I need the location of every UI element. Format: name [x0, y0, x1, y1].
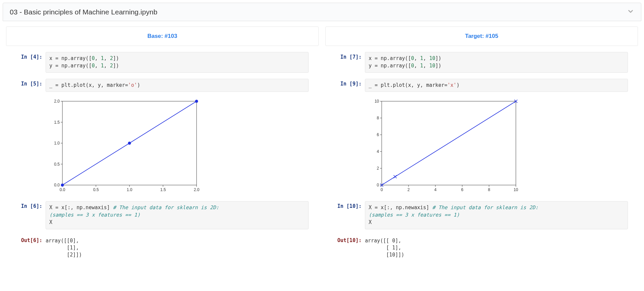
svg-point-21	[61, 184, 64, 187]
code-input[interactable]: _ = plt.plot(x, y, marker='x')	[365, 79, 628, 92]
code-cell: In [7]: x = np.array([0, 1, 10]) y = np.…	[335, 52, 628, 73]
target-notebook: In [7]: x = np.array([0, 1, 10]) y = np.…	[322, 49, 641, 271]
svg-text:2: 2	[377, 166, 379, 171]
diff-columns: Base: #103 In [4]: x = np.array([0, 1, 2…	[3, 24, 641, 271]
svg-text:1.0: 1.0	[54, 141, 60, 146]
code-input[interactable]: _ = plt.plot(x, y, marker='o')	[46, 79, 309, 92]
svg-text:0: 0	[381, 187, 383, 192]
svg-text:4: 4	[434, 187, 437, 192]
code-input[interactable]: x = np.array([0, 1, 2]) y = np.array([0,…	[46, 52, 309, 73]
code-cell: In [10]: X = x[:, np.newaxis] # The inpu…	[335, 201, 628, 229]
output-cell: Out[6]: array([[0], [1], [2]])	[16, 235, 309, 258]
in-prompt: In [10]:	[335, 201, 365, 209]
svg-text:0.0: 0.0	[54, 183, 60, 187]
in-prompt: In [4]:	[16, 52, 46, 60]
in-prompt: In [9]:	[335, 79, 365, 87]
svg-text:0: 0	[377, 183, 379, 187]
target-plot-output: 02468100246810	[365, 98, 628, 195]
svg-text:10: 10	[514, 187, 518, 192]
target-column: Target: #105 In [7]: x = np.array([0, 1,…	[322, 24, 641, 271]
svg-text:0.5: 0.5	[54, 162, 60, 167]
svg-text:8: 8	[377, 116, 379, 120]
code-input[interactable]: X = x[:, np.newaxis] # The input data fo…	[365, 201, 628, 229]
base-header[interactable]: Base: #103	[6, 26, 319, 46]
file-header[interactable]: 03 - Basic principles of Machine Learnin…	[3, 3, 641, 21]
svg-text:6: 6	[461, 187, 464, 192]
cell-output: array([[0], [1], [2]])	[46, 235, 309, 258]
file-title: 03 - Basic principles of Machine Learnin…	[10, 8, 157, 16]
svg-text:0.5: 0.5	[93, 187, 99, 192]
svg-text:8: 8	[488, 187, 490, 192]
svg-text:6: 6	[377, 132, 379, 137]
cell-output: array([[ 0], [ 1], [10]])	[365, 235, 628, 258]
svg-text:10: 10	[375, 99, 379, 104]
base-plot-output: 0.00.51.01.52.00.00.51.01.52.0	[46, 98, 309, 195]
in-prompt: In [6]:	[16, 201, 46, 209]
svg-text:2.0: 2.0	[54, 99, 60, 104]
svg-text:1.5: 1.5	[160, 187, 166, 192]
empty-prompt	[16, 98, 46, 100]
in-prompt: In [5]:	[16, 79, 46, 87]
code-cell: In [9]: _ = plt.plot(x, y, marker='x')	[335, 79, 628, 92]
svg-point-22	[128, 142, 131, 145]
svg-text:2: 2	[408, 187, 410, 192]
code-cell: In [4]: x = np.array([0, 1, 2]) y = np.a…	[16, 52, 309, 73]
target-header[interactable]: Target: #105	[325, 26, 638, 46]
svg-text:0.0: 0.0	[60, 187, 65, 192]
code-input[interactable]: X = x[:, np.newaxis] # The input data fo…	[46, 201, 309, 229]
code-cell: In [5]: _ = plt.plot(x, y, marker='o')	[16, 79, 309, 92]
collapse-chevron-icon[interactable]	[627, 8, 634, 16]
plot-cell: 02468100246810	[335, 98, 628, 195]
svg-text:4: 4	[377, 149, 379, 154]
in-prompt: In [7]:	[335, 52, 365, 60]
plot-cell: 0.00.51.01.52.00.00.51.01.52.0	[16, 98, 309, 195]
base-notebook: In [4]: x = np.array([0, 1, 2]) y = np.a…	[3, 49, 322, 271]
code-cell: In [6]: X = x[:, np.newaxis] # The input…	[16, 201, 309, 229]
svg-text:1.5: 1.5	[54, 120, 60, 125]
svg-text:1.0: 1.0	[127, 187, 132, 192]
empty-prompt	[335, 98, 365, 100]
svg-text:2.0: 2.0	[194, 187, 200, 192]
out-prompt: Out[6]:	[16, 235, 46, 243]
base-column: Base: #103 In [4]: x = np.array([0, 1, 2…	[3, 24, 322, 271]
svg-point-23	[195, 100, 198, 103]
code-input[interactable]: x = np.array([0, 1, 10]) y = np.array([0…	[365, 52, 628, 73]
output-cell: Out[10]: array([[ 0], [ 1], [10]])	[335, 235, 628, 258]
out-prompt: Out[10]:	[335, 235, 365, 243]
